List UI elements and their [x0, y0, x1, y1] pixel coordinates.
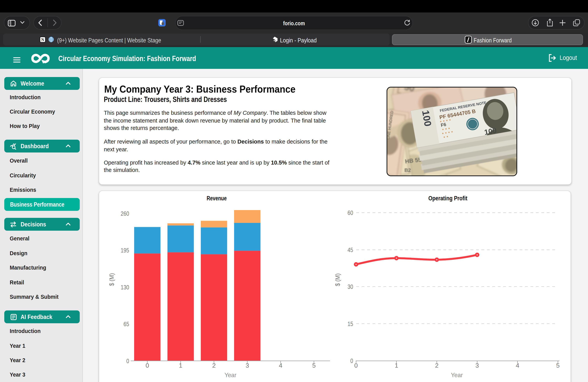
svg-text:30: 30: [347, 283, 353, 290]
svg-text:$ (M): $ (M): [334, 274, 341, 286]
svg-text:0: 0: [354, 362, 358, 369]
svg-text:N: N: [41, 37, 44, 42]
svg-text:2: 2: [435, 362, 439, 369]
svg-text:Year: Year: [451, 372, 463, 379]
svg-text:4: 4: [279, 362, 282, 369]
svg-text:$ (M): $ (M): [108, 273, 115, 286]
svg-text:60: 60: [347, 210, 353, 216]
svg-text:0: 0: [350, 358, 353, 364]
svg-text:Operating Profit: Operating Profit: [428, 195, 467, 202]
svg-text:195: 195: [121, 247, 129, 254]
svg-text:65: 65: [124, 321, 129, 328]
svg-text:2: 2: [212, 362, 216, 369]
svg-text:Year: Year: [224, 372, 236, 379]
svg-text:130: 130: [121, 284, 129, 291]
svg-text:B2: B2: [404, 167, 411, 173]
svg-text:5: 5: [312, 362, 315, 369]
svg-text:3: 3: [246, 362, 249, 369]
svg-text:0: 0: [126, 358, 129, 364]
svg-text:3: 3: [475, 362, 479, 369]
svg-text:260: 260: [121, 210, 129, 217]
svg-text:1: 1: [179, 362, 182, 369]
svg-text:5: 5: [556, 362, 560, 369]
svg-text:F6: F6: [441, 122, 447, 128]
svg-text:15: 15: [347, 320, 353, 328]
svg-text:45: 45: [347, 247, 353, 254]
svg-text:0: 0: [146, 362, 149, 369]
svg-text:1: 1: [395, 362, 398, 369]
svg-text:Revenue: Revenue: [207, 195, 227, 202]
svg-text:4: 4: [516, 362, 519, 369]
